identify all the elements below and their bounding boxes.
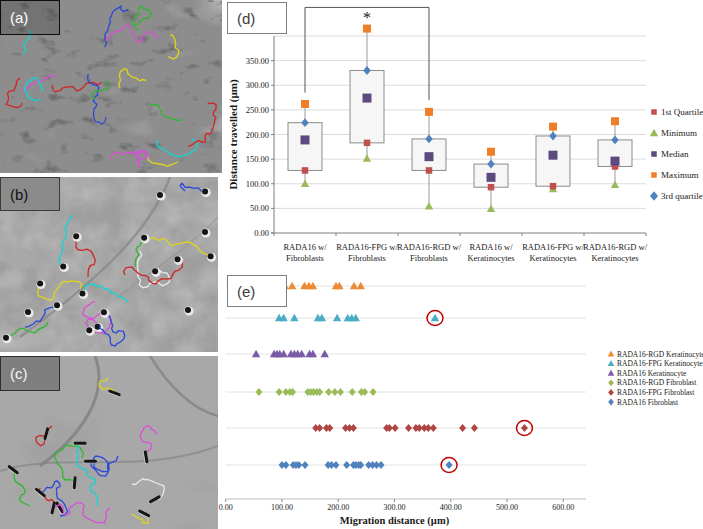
- box-group: [474, 148, 508, 212]
- svg-text:RADA16-RGD Fibroblast: RADA16-RGD Fibroblast: [617, 378, 697, 387]
- svg-text:*: *: [363, 9, 371, 26]
- svg-text:Keratinocytes: Keratinocytes: [591, 253, 638, 263]
- svg-text:RADA16-FPG w/: RADA16-FPG w/: [336, 242, 398, 252]
- svg-text:150.00: 150.00: [246, 154, 269, 164]
- box-group: [412, 108, 446, 210]
- legend-e: RADA16-RGD KeratinocyteRADA16-FPG Kerati…: [608, 350, 703, 407]
- svg-text:600.00: 600.00: [552, 503, 574, 512]
- svg-text:Fibroblasts: Fibroblasts: [410, 253, 448, 263]
- svg-text:200.00: 200.00: [246, 130, 269, 140]
- svg-text:RADA16-RGD Keratinocyte: RADA16-RGD Keratinocyte: [617, 350, 703, 359]
- box-group: [598, 117, 632, 188]
- panel-b-label: (b): [0, 177, 60, 211]
- box-group: [350, 25, 384, 162]
- svg-text:350.00: 350.00: [246, 56, 269, 66]
- svg-text:Fibroblasts: Fibroblasts: [348, 253, 386, 263]
- svg-text:RADA16-FPG w/: RADA16-FPG w/: [522, 242, 584, 252]
- series-0: [281, 282, 365, 289]
- series-2: [252, 350, 329, 357]
- svg-text:500.00: 500.00: [496, 503, 518, 512]
- box-group: [288, 100, 322, 187]
- svg-text:3rd quartile: 3rd quartile: [661, 191, 703, 201]
- panel-c-label: (c): [0, 356, 60, 391]
- svg-text:0.00: 0.00: [254, 228, 269, 238]
- svg-text:Median: Median: [661, 149, 689, 159]
- svg-text:Minimum: Minimum: [661, 128, 697, 138]
- svg-text:RADA16 w/: RADA16 w/: [283, 242, 327, 252]
- svg-text:RADA16-RGD w/: RADA16-RGD w/: [583, 242, 648, 252]
- legend-d: 1st QuartileMinimumMedianMaximum3rd quar…: [650, 107, 703, 201]
- svg-text:RADA16-RGD w/: RADA16-RGD w/: [397, 242, 462, 252]
- boxplot-canvas: 0.0050.00100.00150.00200.00250.00300.003…: [225, 0, 703, 270]
- panel-e-stripplot: 0.00100.00200.00300.00400.00500.00600.00…: [210, 270, 703, 529]
- svg-text:200.00: 200.00: [327, 503, 349, 512]
- svg-text:RADA16 Keratinocyte: RADA16 Keratinocyte: [617, 369, 687, 378]
- panel-d-label: (d): [227, 2, 287, 34]
- svg-text:Keratinocytes: Keratinocytes: [467, 253, 514, 263]
- svg-text:100.00: 100.00: [246, 179, 269, 189]
- svg-text:50.00: 50.00: [250, 203, 269, 213]
- svg-text:100.00: 100.00: [271, 503, 293, 512]
- panel-d-boxplot: 0.0050.00100.00150.00200.00250.00300.003…: [225, 0, 703, 270]
- svg-text:RADA16-FPG Keratinocyte: RADA16-FPG Keratinocyte: [617, 359, 703, 368]
- panel-e-label: (e): [227, 275, 287, 307]
- svg-text:Fibroblasts: Fibroblasts: [286, 253, 324, 263]
- x-axis: 0.00100.00200.00300.00400.00500.00600.00: [219, 499, 586, 512]
- panel-a-label: (a): [0, 0, 60, 35]
- svg-text:250.00: 250.00: [246, 105, 269, 115]
- svg-text:Migration distance (µm): Migration distance (µm): [340, 515, 450, 527]
- panel-c-micrograph: (c): [0, 356, 218, 529]
- box-group: [536, 123, 570, 193]
- panel-b-micrograph: (b): [0, 177, 218, 352]
- svg-text:1st Quartile: 1st Quartile: [661, 107, 703, 117]
- gridlines: [274, 36, 646, 208]
- svg-text:300.00: 300.00: [384, 503, 406, 512]
- panel-a-micrograph: (a): [0, 0, 222, 173]
- svg-text:RADA16-FPG Fibroblast: RADA16-FPG Fibroblast: [617, 388, 695, 397]
- svg-text:RADA16 w/: RADA16 w/: [469, 242, 513, 252]
- gridlines: [226, 286, 586, 465]
- svg-text:0.00: 0.00: [219, 503, 233, 512]
- svg-text:RADA16 Fibroblast: RADA16 Fibroblast: [617, 398, 679, 407]
- stripplot-canvas: 0.00100.00200.00300.00400.00500.00600.00…: [210, 270, 703, 529]
- figure: (a) (b): [0, 0, 703, 529]
- svg-text:Maximum: Maximum: [661, 170, 699, 180]
- svg-text:Keratinocytes: Keratinocytes: [529, 253, 576, 263]
- svg-text:Distance travelled (µm): Distance travelled (µm): [227, 79, 240, 190]
- svg-text:400.00: 400.00: [440, 503, 462, 512]
- svg-text:300.00: 300.00: [246, 80, 269, 90]
